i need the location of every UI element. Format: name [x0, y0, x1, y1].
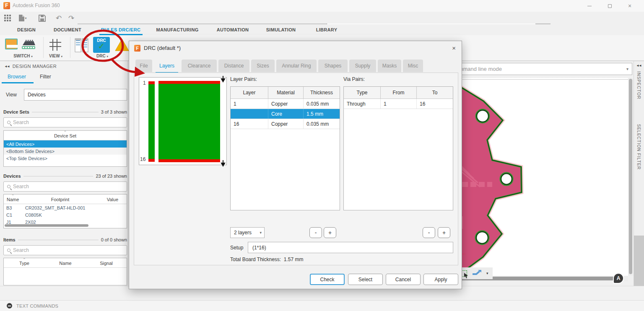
ribbon-tab-design[interactable]: DESIGN [17, 27, 36, 32]
route-caret-icon[interactable]: ▾ [486, 271, 488, 275]
ribbon-tab-simulation[interactable]: SIMULATION [266, 27, 296, 32]
collapse-panel-icon[interactable]: ◄◄ [4, 65, 9, 68]
layer-row[interactable]: 16 Copper 0.035 mm [231, 119, 340, 129]
strip-lower-area [634, 236, 644, 286]
drc-tab-misc[interactable]: Misc [403, 60, 423, 72]
select-button[interactable]: Select [348, 274, 383, 285]
view-select[interactable]: Devices [24, 89, 127, 101]
device-set-row[interactable]: <Bottom Side Devices> [4, 148, 127, 155]
switch-schematic-icon[interactable] [5, 39, 18, 49]
redo-icon[interactable]: ↷ [66, 13, 76, 23]
layer-pairs-label: Layer Pairs: [230, 76, 257, 82]
drc-group-label[interactable]: DRC ▾ [96, 54, 108, 58]
device-sets-search-input[interactable] [13, 119, 114, 125]
file-menu-icon[interactable]: ▾ [18, 13, 28, 23]
canvas-vertical-scrollbar[interactable] [628, 78, 633, 276]
drc-tab-annular-ring[interactable]: Annular Ring [276, 60, 317, 72]
device-row[interactable]: C1C0805K [4, 211, 127, 218]
drc-tab-shapes[interactable]: Shapes [318, 60, 348, 72]
command-line-combo[interactable]: ▾ [436, 63, 632, 75]
maximize-icon [608, 4, 612, 8]
inspector-tab[interactable]: INSPECTOR [636, 71, 641, 99]
drc-tab-file[interactable]: File [135, 60, 152, 72]
cancel-button[interactable]: Cancel [386, 274, 421, 285]
ribbon-tab-library[interactable]: LIBRARY [316, 27, 338, 32]
drc-dialog-titlebar[interactable]: F DRC (default *) × [129, 41, 462, 55]
drc-tab-distance[interactable]: Distance [218, 60, 249, 72]
device-set-row[interactable]: <Top Side Devices> [4, 155, 127, 162]
ribbon-tab-automation[interactable]: AUTOMATION [217, 27, 249, 32]
minimize-button[interactable] [580, 0, 599, 12]
drc-tab-clearance[interactable]: Clearance [182, 60, 217, 72]
device-sets-search[interactable] [3, 117, 127, 127]
close-dialog-icon[interactable]: × [452, 44, 456, 52]
items-search[interactable] [3, 245, 127, 255]
setup-field[interactable] [248, 242, 453, 253]
layer-pairs-add-button[interactable]: + [324, 227, 336, 238]
items-column-signal[interactable]: Signal [86, 258, 127, 267]
column-type[interactable]: Type [344, 87, 381, 99]
column-material[interactable]: Material [268, 87, 304, 99]
column-thickness[interactable]: Thickness [304, 87, 340, 99]
layer-pairs-remove-button[interactable]: - [309, 227, 322, 238]
layer-row[interactable]: 1 Copper 0.035 mm [231, 99, 340, 109]
via-row[interactable]: Through 1 16 [344, 99, 453, 109]
apply-button[interactable]: Apply [423, 274, 458, 285]
text-commands-bar[interactable]: TEXT COMMANDS [0, 300, 644, 311]
tab-browser[interactable]: Browser [8, 74, 26, 80]
ribbon-tab-document[interactable]: DOCUMENT [54, 27, 81, 32]
selection-filter-tab[interactable]: SELECTION FILTER [636, 124, 641, 170]
items-column-name[interactable]: Name [45, 258, 86, 267]
copper-top-via [148, 81, 155, 84]
items-search-input[interactable] [13, 247, 114, 253]
items-column-type[interactable]: ^Type [4, 258, 45, 267]
setup-input[interactable] [248, 242, 453, 253]
app-grid-icon[interactable] [3, 13, 13, 23]
view-grid-icon[interactable] [49, 38, 62, 53]
collapse-panel-icon[interactable]: ◄◄ [636, 64, 641, 67]
column-to[interactable]: To [417, 87, 453, 99]
drc-tab-sizes[interactable]: Sizes [251, 60, 275, 72]
devices-column-footprint[interactable]: Footprint [22, 194, 99, 204]
pcb-canvas[interactable] [436, 78, 628, 276]
check-button[interactable]: Check [310, 274, 345, 285]
command-line-input[interactable] [436, 63, 613, 75]
close-window-button[interactable]: × [621, 0, 639, 12]
via-pairs-add-button[interactable]: + [438, 227, 450, 238]
column-from[interactable]: From [381, 87, 417, 99]
switch-group-label[interactable]: SWITCH ▾ [13, 54, 33, 58]
view-group-label[interactable]: VIEW ▾ [49, 54, 62, 58]
layer-count-select[interactable]: 2 layers ▾ [230, 227, 265, 238]
device-sets-count: 3 of 3 shown [101, 109, 127, 114]
drc-icon[interactable]: DRC ✓ [93, 37, 110, 53]
via-pairs-remove-button[interactable]: - [423, 227, 435, 238]
drc-tab-masks[interactable]: Masks [378, 60, 401, 72]
layer-stack-preview: 1 16 [139, 77, 227, 165]
devices-column-value[interactable]: Value [99, 194, 127, 204]
drc-tab-layers[interactable]: Layers [154, 60, 180, 72]
text-commands-label: TEXT COMMANDS [16, 303, 58, 308]
erc-warning-icon[interactable]: ! [115, 39, 129, 53]
horizontal-scrollbar[interactable] [5, 224, 88, 227]
navigation-badge[interactable]: A [613, 273, 624, 284]
drc-tab-supply[interactable]: Supply [349, 60, 376, 72]
layer-row-selected[interactable]: Core 1.5 mm [231, 109, 340, 119]
devices-column-name[interactable]: ^Name [4, 194, 22, 204]
maximize-button[interactable] [600, 0, 619, 12]
route-bend-icon[interactable] [472, 270, 481, 277]
fidget-spinner-board [436, 78, 628, 276]
device-row[interactable]: B3CR2032_SMT_BAT-HLD-001 [4, 204, 127, 211]
ribbon-tab-manufacturing[interactable]: MANUFACTURING [156, 27, 198, 32]
devices-search[interactable] [3, 181, 127, 192]
column-layer[interactable]: Layer [231, 87, 268, 99]
tab-filter[interactable]: Filter [40, 74, 51, 80]
ribbon-tab-rules-drc-erc[interactable]: RULES DRC/ERC [101, 27, 140, 32]
device-set-row[interactable]: <All Devices> [4, 140, 127, 148]
undo-icon[interactable]: ↶ [54, 13, 64, 23]
device-set-column-header[interactable]: ^Device Set [4, 131, 127, 140]
devices-search-input[interactable] [13, 184, 114, 189]
save-icon[interactable] [37, 13, 47, 23]
view-label: View [6, 92, 17, 98]
drc-panels-icon[interactable] [75, 38, 89, 54]
switch-board-icon[interactable] [21, 39, 36, 49]
